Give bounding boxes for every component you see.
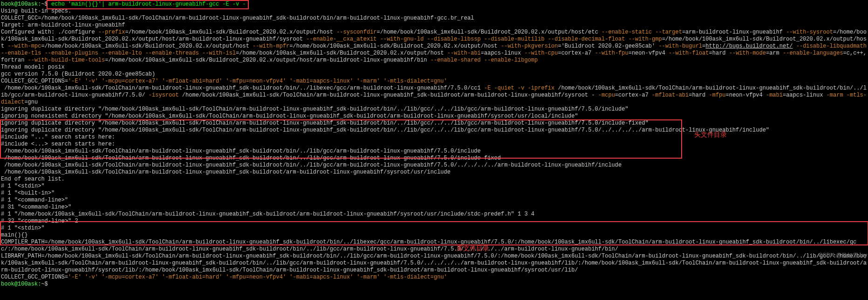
out-opts2: COLLECT_GCC_OPTIONS='-E' '-v' '-mcpu=cor… bbox=[1, 274, 868, 281]
out-inc1: /home/book/100ask_imx6ull-sdk/ToolChain/… bbox=[1, 148, 868, 155]
out-compiler-path: COMPILER_PATH=/home/book/100ask_imx6ull-… bbox=[1, 239, 868, 253]
out-pp4: # 31 "<command-line>" bbox=[1, 204, 868, 211]
command-text: echo 'main(){}'| arm-buildroot-linux-gnu… bbox=[51, 1, 246, 7]
prompt-user-2: book@100ask: bbox=[1, 281, 41, 287]
out-pp6: # 32 "<command-line>" 2 bbox=[1, 218, 868, 225]
out-ign1: ignoring duplicate directory "/home/book… bbox=[1, 106, 868, 113]
prompt-line-1[interactable]: book@100ask:~$ echo 'main(){}'| arm-buil… bbox=[1, 1, 868, 8]
out-pp3: # 1 "<command-line>" bbox=[1, 197, 868, 204]
out-library-path: LIBRARY_PATH=/home/book/100ask_imx6ull-s… bbox=[1, 253, 868, 274]
out-main: main(){} bbox=[1, 232, 868, 239]
out-search-quote: #include "..." search starts here: bbox=[1, 134, 868, 141]
out-pp1: # 1 "<stdin>" bbox=[1, 183, 868, 190]
out-ign4: ignoring duplicate directory "/home/book… bbox=[1, 127, 868, 134]
out-target: Target: arm-buildroot-linux-gnueabihf bbox=[1, 22, 868, 29]
out-collect-gcc: COLLECT_GCC=/home/book/100ask_imx6ull-sd… bbox=[1, 15, 868, 22]
out-pp7: # 1 "<stdin>" bbox=[1, 225, 868, 232]
out-inc2: /home/book/100ask_imx6ull-sdk/ToolChain/… bbox=[1, 155, 868, 162]
out-ign3: ignoring duplicate directory "/home/book… bbox=[1, 120, 868, 127]
out-end-search: End of search list. bbox=[1, 176, 868, 183]
out-using: Using built-in specs. bbox=[1, 8, 868, 15]
out-inc3: /home/book/100ask_imx6ull-sdk/ToolChain/… bbox=[1, 162, 868, 169]
out-opts1: COLLECT_GCC_OPTIONS='-E' '-v' '-mcpu=cor… bbox=[1, 78, 868, 85]
out-pp2: # 1 "<built-in>" bbox=[1, 190, 868, 197]
out-thread-model: Thread model: posix bbox=[1, 64, 868, 71]
watermark: CSDN @发如雪Jay bbox=[819, 252, 867, 259]
out-pp5: # 1 "/home/book/100ask_imx6ull-sdk/ToolC… bbox=[1, 211, 868, 218]
out-search-angle: #include <...> search starts here: bbox=[1, 141, 868, 148]
prompt-path: ~$ bbox=[41, 1, 51, 7]
out-configured: Configured with: ./configure --prefix=/h… bbox=[1, 29, 868, 64]
prompt-user: book@100ask: bbox=[1, 1, 41, 7]
out-ign2: ignoring nonexistent directory "/home/bo… bbox=[1, 113, 868, 120]
out-inc4: /home/book/100ask_imx6ull-sdk/ToolChain/… bbox=[1, 169, 868, 176]
out-cc1: /home/book/100ask_imx6ull-sdk/ToolChain/… bbox=[1, 85, 868, 106]
prompt-path-2: ~$ bbox=[41, 281, 51, 287]
out-gcc-version: gcc version 7.5.0 (Buildroot 2020.02-gee… bbox=[1, 71, 868, 78]
prompt-line-2[interactable]: book@100ask:~$ bbox=[1, 281, 868, 288]
